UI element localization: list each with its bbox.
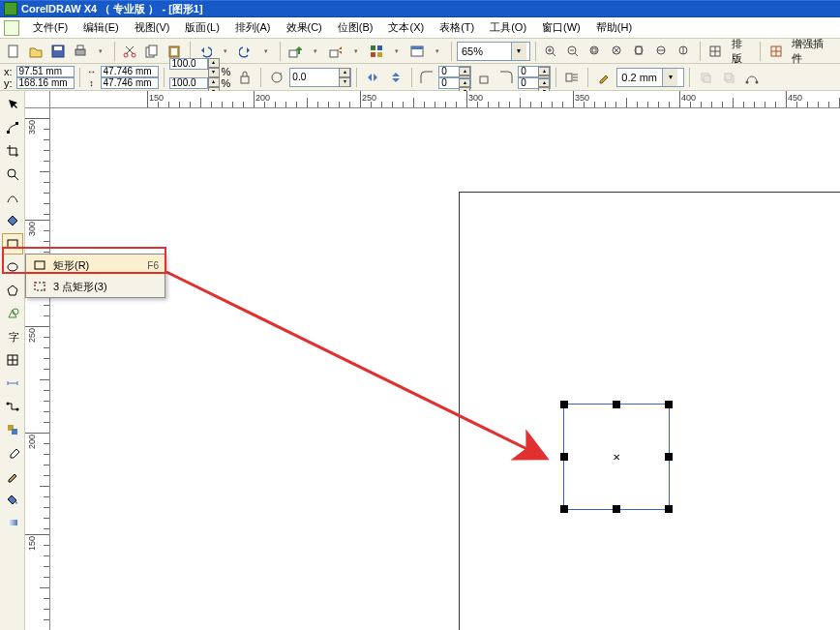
ruler-vertical[interactable]: 350300250200150100 (25, 108, 50, 630)
menu-effects[interactable]: 效果(C) (279, 18, 330, 37)
handle-ne[interactable] (665, 401, 673, 408)
to-front-button[interactable] (695, 67, 716, 88)
redo-button[interactable] (236, 41, 256, 62)
interactive-fill-tool[interactable] (2, 512, 23, 533)
menu-text[interactable]: 文本(X) (380, 18, 432, 37)
corner-br-input[interactable] (519, 78, 538, 88)
plugin-icon[interactable] (765, 41, 786, 62)
zoom-all-button[interactable] (608, 41, 628, 62)
outline-width-combo[interactable]: ▾ (616, 68, 684, 87)
ruler-origin[interactable] (25, 91, 50, 108)
polygon-tool[interactable] (2, 280, 23, 301)
corner-tl-input[interactable] (439, 67, 459, 76)
menu-edit[interactable]: 编辑(E) (75, 18, 127, 37)
plugin-button[interactable]: 增强插件 (788, 37, 836, 66)
pick-tool[interactable] (2, 94, 23, 115)
menu-window[interactable]: 窗口(W) (534, 18, 588, 37)
welcome-button[interactable] (407, 41, 428, 62)
basic-shapes-tool[interactable] (2, 303, 23, 324)
freehand-tool[interactable] (2, 187, 23, 208)
corner-lock-button[interactable] (473, 67, 495, 88)
menu-bitmaps[interactable]: 位图(B) (330, 18, 381, 37)
zoom-height-button[interactable] (675, 41, 695, 62)
zoom-dropdown-icon[interactable]: ▾ (511, 43, 526, 60)
rectangle-tool[interactable] (2, 233, 23, 255)
zoom-out-button[interactable] (563, 41, 584, 62)
menu-layout[interactable]: 版面(L) (177, 18, 226, 37)
handle-s[interactable] (613, 505, 620, 513)
lock-ratio-button[interactable] (234, 67, 255, 88)
rotation-input[interactable] (290, 72, 339, 82)
save-button[interactable] (48, 41, 69, 62)
outline-tool[interactable] (2, 465, 23, 487)
text-tool[interactable]: 字 (2, 326, 23, 347)
export-dropdown[interactable]: ▾ (348, 41, 365, 62)
cut-button[interactable] (120, 41, 140, 62)
canvas[interactable]: ✕ (50, 108, 840, 630)
ellipse-tool[interactable] (2, 256, 23, 278)
menu-table[interactable]: 表格(T) (432, 18, 482, 37)
eyedropper-tool[interactable] (2, 442, 23, 464)
mirror-h-button[interactable] (362, 67, 383, 88)
scale-y-input[interactable] (169, 77, 208, 89)
undo-dropdown[interactable]: ▾ (218, 41, 234, 62)
scale-x-input[interactable] (169, 58, 208, 70)
dimension-tool[interactable] (2, 373, 23, 394)
menu-view[interactable]: 视图(V) (127, 18, 178, 37)
redo-dropdown[interactable]: ▾ (258, 41, 275, 62)
handle-n[interactable] (613, 401, 620, 408)
app-launcher-dropdown[interactable]: ▾ (389, 41, 405, 62)
zoom-input[interactable] (458, 45, 511, 57)
handle-sw[interactable] (560, 505, 568, 513)
selected-rectangle[interactable]: ✕ (563, 404, 670, 510)
zoom-combo[interactable]: ▾ (457, 42, 530, 61)
outline-width-input[interactable] (617, 72, 662, 83)
layout-button[interactable]: 排版 (728, 37, 756, 66)
new-button[interactable] (4, 41, 24, 62)
menu-arrange[interactable]: 排列(A) (227, 18, 279, 37)
zoom-in-button[interactable] (541, 41, 561, 62)
smart-fill-tool[interactable] (2, 210, 23, 231)
flyout-3point-rectangle[interactable]: 3 点矩形(3) (26, 276, 165, 297)
app-launcher-button[interactable] (367, 41, 387, 62)
handle-e[interactable] (665, 453, 673, 461)
to-back-button[interactable] (718, 67, 739, 88)
convert-curves-button[interactable] (741, 67, 763, 88)
menu-tools[interactable]: 工具(O) (482, 18, 534, 37)
print-dropdown[interactable]: ▾ (93, 41, 109, 62)
fill-tool[interactable] (2, 489, 23, 510)
width-input[interactable] (101, 66, 159, 77)
zoom-tool[interactable] (2, 164, 23, 185)
copy-button[interactable] (142, 41, 163, 62)
handle-se[interactable] (665, 505, 673, 513)
import-button[interactable] (285, 41, 306, 62)
zoom-selection-button[interactable] (585, 41, 606, 62)
welcome-dropdown[interactable]: ▾ (430, 41, 446, 62)
menu-file[interactable]: 文件(F) (25, 18, 75, 37)
ruler-horizontal[interactable]: 150200250300350400450500 (50, 91, 840, 108)
flyout-rectangle[interactable]: 矩形(R) F6 (26, 255, 165, 276)
table-tool[interactable] (2, 349, 23, 371)
zoom-page-button[interactable] (630, 41, 650, 62)
height-input[interactable] (101, 77, 159, 89)
connector-tool[interactable] (2, 396, 23, 417)
interactive-tool[interactable] (2, 419, 23, 440)
zoom-width-button[interactable] (652, 41, 673, 62)
corner-bl-input[interactable] (439, 78, 459, 88)
shape-tool[interactable] (2, 117, 23, 138)
crop-tool[interactable] (2, 140, 23, 162)
x-input[interactable] (16, 66, 75, 77)
export-button[interactable] (326, 41, 346, 62)
snap-button[interactable] (705, 41, 726, 62)
open-button[interactable] (26, 41, 46, 62)
handle-nw[interactable] (560, 401, 568, 408)
menu-help[interactable]: 帮助(H) (588, 18, 640, 37)
wrap-text-button[interactable] (561, 67, 583, 88)
import-dropdown[interactable]: ▾ (308, 41, 324, 62)
y-input[interactable] (16, 77, 75, 89)
mirror-v-button[interactable] (385, 67, 406, 88)
handle-w[interactable] (560, 453, 568, 461)
corner-tr-input[interactable] (519, 67, 538, 76)
print-button[interactable] (71, 41, 91, 62)
app-menu-icon[interactable] (4, 20, 19, 36)
